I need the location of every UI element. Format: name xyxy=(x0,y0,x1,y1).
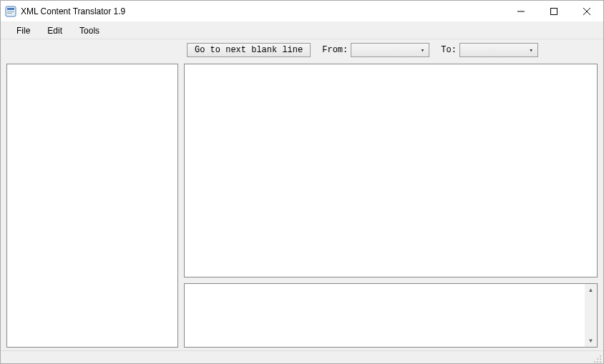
app-icon xyxy=(5,6,16,17)
svg-rect-3 xyxy=(7,13,12,14)
right-side: ▲ ▼ xyxy=(184,64,598,348)
svg-point-8 xyxy=(600,355,601,357)
window-controls xyxy=(505,1,603,21)
maximize-button[interactable] xyxy=(537,1,570,21)
svg-rect-2 xyxy=(7,11,14,12)
to-group: To: ▾ xyxy=(441,43,538,57)
minimize-button[interactable] xyxy=(505,1,537,21)
menubar: File Edit Tools xyxy=(1,22,603,39)
menu-edit[interactable]: Edit xyxy=(39,24,71,38)
statusbar xyxy=(1,350,603,363)
main-area: ▲ ▼ xyxy=(1,61,603,350)
left-panel[interactable] xyxy=(6,64,178,348)
content-panel[interactable] xyxy=(184,64,598,277)
resize-grip[interactable] xyxy=(592,353,602,363)
from-group: From: ▾ xyxy=(322,43,429,57)
svg-rect-1 xyxy=(7,8,14,10)
scroll-down-icon[interactable]: ▼ xyxy=(585,335,597,347)
toolbar: Go to next blank line From: ▾ To: ▾ xyxy=(1,39,603,61)
menu-file[interactable]: File xyxy=(8,24,39,38)
chevron-down-icon: ▾ xyxy=(529,46,532,54)
scroll-up-icon[interactable]: ▲ xyxy=(585,284,597,296)
svg-point-11 xyxy=(594,361,595,363)
chevron-down-icon: ▾ xyxy=(421,46,424,54)
to-label: To: xyxy=(441,45,457,55)
svg-rect-5 xyxy=(551,8,557,14)
titlebar: XML Content Translator 1.9 xyxy=(1,1,603,22)
svg-point-13 xyxy=(600,361,601,363)
svg-point-10 xyxy=(600,358,601,360)
svg-point-12 xyxy=(597,361,598,363)
to-dropdown[interactable]: ▾ xyxy=(459,43,538,57)
close-button[interactable] xyxy=(570,1,603,21)
svg-point-9 xyxy=(597,358,598,360)
from-label: From: xyxy=(322,45,348,55)
edit-panel[interactable]: ▲ ▼ xyxy=(184,283,598,348)
menu-tools[interactable]: Tools xyxy=(71,24,108,38)
from-dropdown[interactable]: ▾ xyxy=(351,43,429,57)
vertical-scrollbar[interactable]: ▲ ▼ xyxy=(585,284,597,347)
go-to-next-blank-line-button[interactable]: Go to next blank line xyxy=(187,43,311,57)
window-title: XML Content Translator 1.9 xyxy=(21,6,125,16)
